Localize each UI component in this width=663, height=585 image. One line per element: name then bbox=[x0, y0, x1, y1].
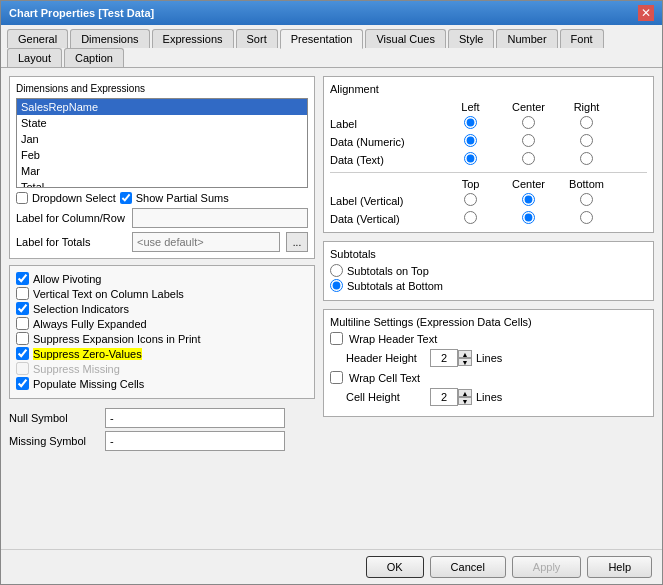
label-vcenter-radio[interactable] bbox=[522, 193, 535, 206]
tab-caption[interactable]: Caption bbox=[64, 48, 124, 67]
tab-visual-cues[interactable]: Visual Cues bbox=[365, 29, 446, 48]
align-center-header: Center bbox=[501, 101, 556, 113]
tab-expressions[interactable]: Expressions bbox=[152, 29, 234, 48]
dropdown-select-label: Dropdown Select bbox=[32, 192, 116, 204]
text-left-radio[interactable] bbox=[464, 152, 477, 165]
label-vertical-label: Label (Vertical) bbox=[330, 195, 440, 207]
alignment-section: Alignment Left Center Right Label Data (… bbox=[323, 76, 654, 233]
cell-height-down-button[interactable]: ▼ bbox=[458, 397, 472, 405]
align-left-header: Left bbox=[443, 101, 498, 113]
subtotals-bottom-radio[interactable] bbox=[330, 279, 343, 292]
tab-sort[interactable]: Sort bbox=[236, 29, 278, 48]
multiline-section: Multiline Settings (Expression Data Cell… bbox=[323, 309, 654, 417]
list-item[interactable]: SalesRepName bbox=[17, 99, 307, 115]
suppress-expansion-checkbox[interactable] bbox=[16, 332, 29, 345]
tab-dimensions[interactable]: Dimensions bbox=[70, 29, 149, 48]
subtotals-bottom-row: Subtotals at Bottom bbox=[330, 279, 647, 292]
list-item[interactable]: State bbox=[17, 115, 307, 131]
list-item[interactable]: Jan bbox=[17, 131, 307, 147]
subtotals-title: Subtotals bbox=[330, 248, 647, 260]
wrap-header-row: Wrap Header Text bbox=[330, 332, 647, 345]
align-top-header: Top bbox=[443, 178, 498, 190]
data-vcenter-radio[interactable] bbox=[522, 211, 535, 224]
suppress-expansion-label: Suppress Expansion Icons in Print bbox=[33, 333, 201, 345]
null-symbol-input[interactable] bbox=[105, 408, 285, 428]
apply-button[interactable]: Apply bbox=[512, 556, 582, 578]
tab-font[interactable]: Font bbox=[560, 29, 604, 48]
text-center-radio[interactable] bbox=[522, 152, 535, 165]
missing-symbol-input[interactable] bbox=[105, 431, 285, 451]
cell-height-up-button[interactable]: ▲ bbox=[458, 389, 472, 397]
header-lines-label: Lines bbox=[476, 352, 502, 364]
label-column-input[interactable] bbox=[132, 208, 308, 228]
browse-button[interactable]: ... bbox=[286, 232, 308, 252]
data-bottom-radio[interactable] bbox=[580, 211, 593, 224]
tab-number[interactable]: Number bbox=[496, 29, 557, 48]
always-expanded-checkbox[interactable] bbox=[16, 317, 29, 330]
cancel-button[interactable]: Cancel bbox=[430, 556, 506, 578]
wrap-cell-row: Wrap Cell Text bbox=[330, 371, 647, 384]
subtotals-bottom-label: Subtotals at Bottom bbox=[347, 280, 443, 292]
suppress-missing-row: Suppress Missing bbox=[16, 362, 308, 375]
window-title: Chart Properties [Test Data] bbox=[9, 7, 154, 19]
options-section: Allow Pivoting Vertical Text on Column L… bbox=[9, 265, 315, 399]
label-top-radio[interactable] bbox=[464, 193, 477, 206]
numeric-center-radio[interactable] bbox=[522, 134, 535, 147]
main-row: Dimensions and Expressions SalesRepName … bbox=[9, 76, 654, 451]
tab-style[interactable]: Style bbox=[448, 29, 494, 48]
cell-height-input[interactable] bbox=[430, 388, 458, 406]
data-top-radio[interactable] bbox=[464, 211, 477, 224]
numeric-right-radio[interactable] bbox=[580, 134, 593, 147]
ok-button[interactable]: OK bbox=[366, 556, 424, 578]
bottom-bar: OK Cancel Apply Help bbox=[1, 549, 662, 584]
allow-pivoting-label: Allow Pivoting bbox=[33, 273, 101, 285]
header-height-down-button[interactable]: ▼ bbox=[458, 358, 472, 366]
list-item[interactable]: Feb bbox=[17, 147, 307, 163]
label-left-radio[interactable] bbox=[464, 116, 477, 129]
dimensions-section: Dimensions and Expressions SalesRepName … bbox=[9, 76, 315, 259]
dropdown-select-row: Dropdown Select Show Partial Sums bbox=[16, 192, 308, 204]
dropdown-select-checkbox[interactable] bbox=[16, 192, 28, 204]
wrap-header-label: Wrap Header Text bbox=[349, 333, 437, 345]
list-item[interactable]: Total bbox=[17, 179, 307, 188]
selection-indicators-checkbox[interactable] bbox=[16, 302, 29, 315]
header-height-input[interactable] bbox=[430, 349, 458, 367]
suppress-zero-checkbox[interactable] bbox=[16, 347, 29, 360]
header-height-row: Header Height ▲ ▼ Lines bbox=[346, 349, 647, 367]
wrap-header-checkbox[interactable] bbox=[330, 332, 343, 345]
dimensions-listbox[interactable]: SalesRepName State Jan Feb Mar Total bbox=[16, 98, 308, 188]
suppress-missing-checkbox[interactable] bbox=[16, 362, 29, 375]
list-item[interactable]: Mar bbox=[17, 163, 307, 179]
missing-symbol-row: Missing Symbol bbox=[9, 431, 315, 451]
cell-height-label: Cell Height bbox=[346, 391, 426, 403]
selection-indicators-row: Selection Indicators bbox=[16, 302, 308, 315]
tab-layout[interactable]: Layout bbox=[7, 48, 62, 67]
align-right-header: Right bbox=[559, 101, 614, 113]
numeric-left-radio[interactable] bbox=[464, 134, 477, 147]
populate-missing-checkbox[interactable] bbox=[16, 377, 29, 390]
wrap-cell-checkbox[interactable] bbox=[330, 371, 343, 384]
data-text-label: Data (Text) bbox=[330, 154, 440, 166]
vertical-text-checkbox[interactable] bbox=[16, 287, 29, 300]
label-row-label: Label bbox=[330, 118, 440, 130]
null-symbol-row: Null Symbol bbox=[9, 408, 315, 428]
label-center-radio[interactable] bbox=[522, 116, 535, 129]
text-right-radio[interactable] bbox=[580, 152, 593, 165]
help-button[interactable]: Help bbox=[587, 556, 652, 578]
label-totals-row: Label for Totals ... bbox=[16, 232, 308, 252]
allow-pivoting-checkbox[interactable] bbox=[16, 272, 29, 285]
label-right-radio[interactable] bbox=[580, 116, 593, 129]
header-height-up-button[interactable]: ▲ bbox=[458, 350, 472, 358]
subtotals-section: Subtotals Subtotals on Top Subtotals at … bbox=[323, 241, 654, 301]
label-totals-label: Label for Totals bbox=[16, 236, 126, 248]
missing-symbol-label: Missing Symbol bbox=[9, 435, 99, 447]
label-bottom-radio[interactable] bbox=[580, 193, 593, 206]
subtotals-top-radio[interactable] bbox=[330, 264, 343, 277]
tab-general[interactable]: General bbox=[7, 29, 68, 48]
tab-presentation[interactable]: Presentation bbox=[280, 29, 364, 49]
populate-missing-label: Populate Missing Cells bbox=[33, 378, 144, 390]
label-totals-input[interactable] bbox=[132, 232, 280, 252]
close-button[interactable]: ✕ bbox=[638, 5, 654, 21]
show-partial-sums-checkbox[interactable] bbox=[120, 192, 132, 204]
left-panel: Dimensions and Expressions SalesRepName … bbox=[9, 76, 315, 451]
